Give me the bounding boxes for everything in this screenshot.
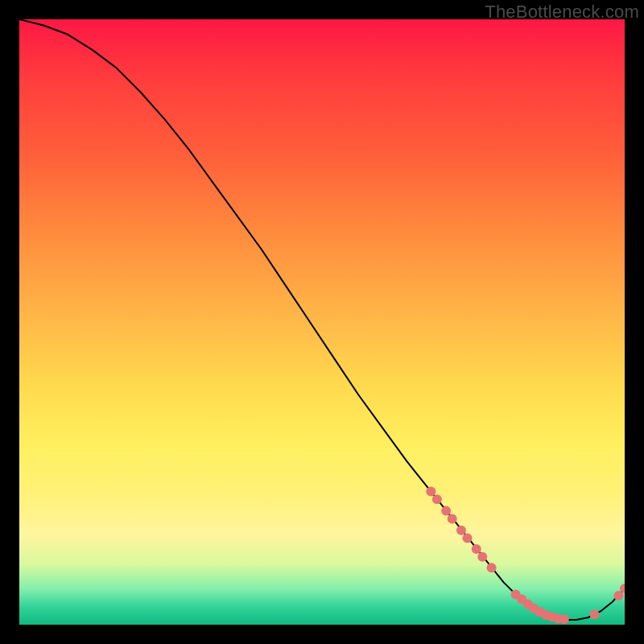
data-point bbox=[432, 494, 442, 504]
bottleneck-curve bbox=[19, 19, 625, 620]
data-point bbox=[589, 609, 599, 619]
data-point bbox=[448, 514, 457, 523]
curve-layer bbox=[19, 19, 625, 620]
chart-stage: TheBottleneck.com bbox=[0, 0, 644, 644]
watermark-text: TheBottleneck.com bbox=[485, 2, 639, 23]
data-point bbox=[477, 552, 487, 562]
chart-overlay bbox=[19, 19, 625, 625]
data-point bbox=[559, 614, 569, 624]
data-point bbox=[472, 544, 481, 554]
data-point bbox=[441, 506, 451, 516]
marker-layer bbox=[426, 487, 625, 625]
data-point bbox=[456, 526, 466, 535]
data-point bbox=[487, 563, 497, 572]
data-point bbox=[426, 487, 436, 497]
data-point bbox=[462, 533, 472, 543]
